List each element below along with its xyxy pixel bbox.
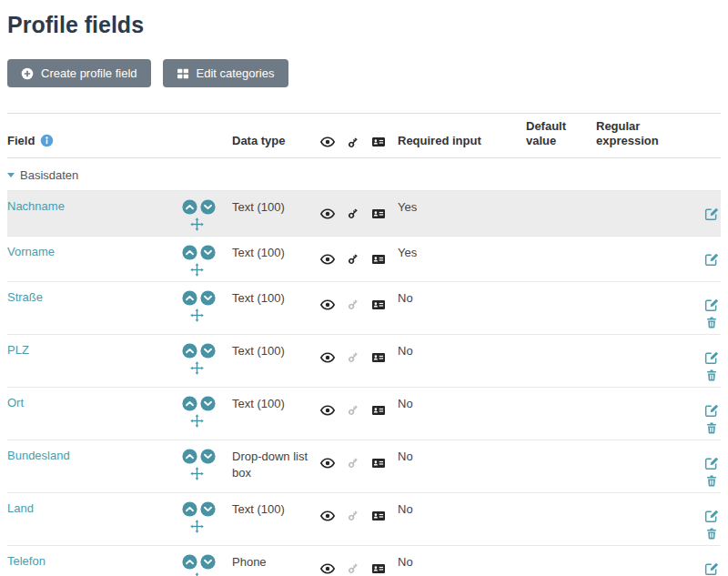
move-up-button[interactable] [182,554,197,570]
delete-button[interactable] [705,369,718,382]
edit-button[interactable] [704,298,719,312]
move-up-button[interactable] [182,199,197,215]
field-link[interactable]: Ort [7,396,24,409]
required-column-header: Required input [398,114,526,158]
page-title: Profile fields [7,12,721,38]
required-cell: Yes [398,236,526,281]
caret-down-icon [7,173,15,177]
key-icon [347,403,360,417]
move-down-button[interactable] [200,245,216,260]
required-cell: Yes [398,190,526,236]
required-cell: No [398,334,526,387]
default-value-column-header: Default value [526,114,596,158]
reorder-controls [182,396,232,428]
drag-move-icon[interactable] [190,572,232,576]
table-row: Vorname Text (100) Yes [7,236,721,281]
delete-button[interactable] [705,316,718,329]
field-column-header: Field [7,134,35,148]
move-down-button[interactable] [200,396,216,411]
table-header-row: Field Data type Requi [7,114,721,158]
address-card-icon [371,561,386,576]
eye-column-icon [320,135,335,149]
profile-fields-page: Profile fields Create profile field Edi [0,12,728,576]
edit-button[interactable] [704,403,719,418]
regex-cell [596,387,686,440]
edit-button[interactable] [704,350,719,365]
drag-move-icon[interactable] [190,217,232,231]
delete-button[interactable] [705,474,718,488]
default-value-cell [526,387,596,440]
delete-button[interactable] [705,527,718,541]
category-row: Basisdaten [7,157,721,190]
address-card-icon [371,350,386,365]
field-link[interactable]: Straße [7,290,43,304]
edit-button[interactable] [704,509,719,523]
address-card-icon [371,509,386,523]
drag-move-icon[interactable] [190,467,232,480]
move-up-button[interactable] [182,245,197,260]
required-cell: No [398,281,526,334]
default-value-cell [526,492,596,545]
address-card-icon [371,252,386,267]
drag-move-icon[interactable] [190,263,232,277]
category-toggle[interactable]: Basisdaten [7,168,78,182]
table-row: Telefon Phone No [7,545,721,576]
default-value-cell [526,190,596,236]
address-card-icon [371,298,386,312]
move-up-button[interactable] [182,343,197,359]
move-up-button[interactable] [182,396,197,411]
key-icon [347,252,360,266]
address-card-icon [371,456,386,470]
info-circle-icon[interactable] [40,134,54,148]
drag-move-icon[interactable] [190,361,232,375]
edit-categories-button[interactable]: Edit categories [163,59,288,87]
required-cell: No [398,545,526,576]
eye-icon [320,207,335,221]
regex-cell [596,492,686,545]
drag-move-icon[interactable] [190,520,232,533]
edit-button[interactable] [704,207,719,221]
eye-icon [320,509,335,523]
edit-button[interactable] [704,456,719,470]
move-down-button[interactable] [200,290,216,306]
table-row: Bundesland Drop-down list box No [7,440,721,492]
data-type-cell: Text (100) [232,492,320,545]
data-type-cell: Phone [232,545,320,576]
drag-move-icon[interactable] [190,414,232,428]
delete-button[interactable] [705,421,718,435]
move-down-button[interactable] [200,554,216,570]
regex-cell [596,545,686,576]
edit-button[interactable] [704,252,719,267]
address-card-icon [371,207,386,221]
default-value-cell [526,236,596,281]
field-link[interactable]: Telefon [7,554,46,568]
field-link[interactable]: PLZ [7,343,29,357]
reorder-controls [182,199,232,231]
move-up-button[interactable] [182,449,197,464]
eye-icon [320,298,335,312]
move-down-button[interactable] [200,449,216,464]
field-link[interactable]: Bundesland [7,449,70,462]
drag-move-icon[interactable] [190,308,232,322]
field-link[interactable]: Land [7,501,34,515]
edit-button[interactable] [704,561,719,576]
field-link[interactable]: Vorname [7,245,55,258]
reorder-controls [182,290,232,322]
regex-column-header: Regular expression [596,114,686,158]
move-up-button[interactable] [182,290,197,306]
eye-icon [320,350,335,365]
regex-cell [596,281,686,334]
data-type-cell: Text (100) [232,190,320,236]
eye-icon [320,403,335,418]
data-type-cell: Text (100) [232,281,320,334]
move-down-button[interactable] [200,343,216,359]
move-down-button[interactable] [200,501,216,517]
regex-cell [596,440,686,492]
create-profile-field-button[interactable]: Create profile field [7,59,151,87]
move-up-button[interactable] [182,501,197,517]
field-link[interactable]: Nachname [7,199,65,213]
table-row: Nachname Text (100) Yes [7,190,721,236]
key-column-icon [347,136,360,149]
move-down-button[interactable] [200,199,216,215]
data-type-column-header: Data type [232,114,320,158]
